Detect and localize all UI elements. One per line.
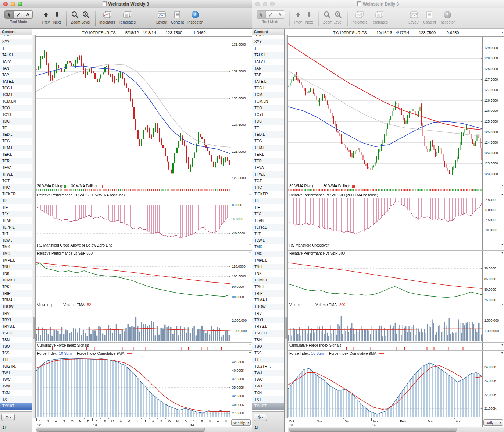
chart-menu-disclosure[interactable]: ▾ (501, 31, 503, 34)
ticker-item[interactable]: TRY.L (252, 317, 284, 323)
period-select[interactable]: Daily▾ (483, 419, 503, 426)
panel-disclosure[interactable]: ▾ (501, 351, 503, 354)
panel-disclosure[interactable]: ▾ (249, 343, 251, 346)
ticker-item[interactable]: TNK (252, 270, 284, 277)
panel-disclosure[interactable]: ▾ (249, 184, 251, 187)
ticker-item[interactable]: TLAB (0, 217, 32, 224)
content-button[interactable] (425, 10, 434, 19)
ticker-item[interactable]: TCO (252, 105, 284, 111)
ticker-item[interactable]: TW.L (0, 370, 32, 376)
ticker-item[interactable]: TER (0, 158, 32, 164)
ticker-item[interactable]: TWX (252, 383, 284, 390)
ticker-item[interactable]: TRYS.L (252, 323, 284, 330)
ticker-item[interactable]: TSO (252, 343, 284, 350)
zoom-in-button[interactable] (333, 10, 343, 19)
ticker-item[interactable]: TROW (0, 304, 32, 310)
price-plot-canvas[interactable] (36, 37, 230, 183)
ticker-item[interactable]: TMO (0, 251, 32, 257)
ticker-item[interactable]: TIE (252, 198, 284, 204)
ticker-item[interactable]: TRYS.L (0, 323, 32, 330)
ticker-item[interactable]: TMO (252, 251, 284, 257)
price-chart-panel[interactable]: 129.0000128.5000128.0000127.5000127.0000… (288, 37, 504, 183)
ticker-item[interactable]: TNK (0, 270, 32, 277)
ticker-item[interactable]: TE (252, 125, 284, 131)
ticker-item[interactable]: TCM.L (252, 92, 284, 98)
ticker-item[interactable]: TEP.L (0, 151, 32, 158)
ticker-item[interactable]: TEM.L (0, 145, 32, 151)
period-select[interactable]: Weekly▾ (231, 419, 251, 426)
ticker-item[interactable]: TMK (0, 244, 32, 251)
ticker-item[interactable]: TPK.L (0, 284, 32, 290)
ticker-item[interactable]: TWC (252, 376, 284, 383)
pointer-tool-button[interactable] (257, 11, 266, 18)
action-gear-button[interactable]: ⚙▾ (254, 414, 267, 421)
ticker-item[interactable]: TIE (0, 198, 32, 204)
ticker-item[interactable]: TT.L (0, 357, 32, 363)
ticker-item[interactable]: TSN (0, 337, 32, 343)
ticker-item[interactable]: TMPL.L (252, 257, 284, 264)
ticker-item[interactable]: TAP (252, 72, 284, 78)
ticker-item[interactable]: SYY (252, 39, 284, 45)
panel-disclosure[interactable]: ▾ (501, 302, 503, 306)
ticker-item[interactable]: TU/2TR… (252, 363, 284, 370)
zoom-window-button[interactable] (270, 2, 275, 6)
ticker-item[interactable]: TEP.L (252, 151, 284, 158)
ticker-item[interactable]: TT.L (252, 357, 284, 363)
volume-panel[interactable]: Volume: Volume EMA:52 ▾2,000,0001,000,00… (36, 302, 252, 342)
panel-disclosure[interactable]: ▾ (249, 193, 251, 196)
prev-button[interactable] (293, 10, 303, 19)
ticker-item[interactable]: TMPL.L (0, 257, 32, 264)
wma-signal-strip[interactable]: 30 WMA Rising: 30 WMA Falling: ▾ (288, 183, 504, 192)
ticker-item[interactable]: TSCO.L (0, 330, 32, 337)
volume-panel[interactable]: Volume: Volume EMA:200 ▾2,000,0001,000,0… (288, 302, 504, 342)
ticker-item[interactable]: TDC (0, 118, 32, 125)
ticker-item[interactable]: TAN (252, 65, 284, 72)
ticker-item[interactable]: TRV (252, 310, 284, 317)
zoom-window-button[interactable] (18, 2, 22, 6)
ticker-item[interactable]: TED.L (252, 131, 284, 138)
price-plot-canvas[interactable] (288, 37, 482, 183)
panel-disclosure[interactable]: ▾ (249, 302, 251, 306)
ticker-item[interactable]: TRIP (0, 290, 32, 297)
ticker-item[interactable]: STK.L (0, 35, 32, 39)
ticker-item[interactable]: TLPR.L (0, 224, 32, 231)
ticker-item[interactable]: TPK.L (252, 284, 284, 290)
ticker-item[interactable]: TCG.L (252, 85, 284, 92)
ticker-item[interactable]: TNI.L (0, 264, 32, 270)
ticker-item[interactable]: TCM.LN (252, 98, 284, 105)
ticker-item[interactable]: TICKER (0, 191, 32, 198)
ticker-item[interactable]: TXN (0, 390, 32, 396)
ticker-item[interactable]: TATE.L (252, 78, 284, 85)
line-tool-button[interactable] (14, 11, 23, 18)
panel-disclosure[interactable]: ▾ (501, 184, 503, 187)
ticker-item[interactable]: TW.L (252, 370, 284, 376)
ticker-item[interactable]: TEG (252, 138, 284, 145)
ticker-item[interactable]: TALK.L (0, 52, 32, 59)
relative-performance-histogram-panel[interactable]: Relative Performance vs S&P 500 (52W MA … (36, 192, 252, 242)
indicators-button[interactable] (102, 10, 113, 19)
ticker-item[interactable]: TATE.L (0, 78, 32, 85)
ticker-item[interactable]: TSN (252, 337, 284, 343)
ticker-item[interactable]: TEM.L (252, 145, 284, 151)
ticker-item[interactable]: SYY (0, 39, 32, 45)
pointer-tool-button[interactable] (5, 11, 14, 18)
panel-disclosure[interactable]: ▾ (501, 193, 503, 196)
minimize-button[interactable] (11, 2, 15, 6)
relative-performance-line-panel[interactable]: Relative Performance vs S&P 500 ▾90.0000… (288, 250, 504, 302)
ticker-item[interactable]: TLT (252, 231, 284, 237)
ticker-item[interactable]: TALK.L (252, 52, 284, 59)
wma-signal-strip[interactable]: 30 WMA Rising: 30 WMA Falling: ▾ (36, 183, 252, 192)
ticker-item[interactable]: TCY.L (252, 111, 284, 118)
ticker-item[interactable]: TSO (0, 343, 32, 350)
ticker-item[interactable]: TSS (0, 350, 32, 357)
panel-disclosure[interactable]: ▾ (501, 243, 503, 246)
ticker-item[interactable]: TALV.L (252, 59, 284, 65)
ticker-item[interactable]: T (252, 45, 284, 52)
panel-disclosure[interactable]: ▾ (501, 251, 503, 254)
cumulative-force-index-strip[interactable]: Cumulative Force Index Signals ▾ (36, 342, 252, 350)
ticker-item[interactable]: TROW (252, 304, 284, 310)
ticker-item[interactable]: TE (0, 125, 32, 131)
scrollbar-thumb[interactable] (285, 317, 287, 339)
ticker-item[interactable]: TRV (0, 310, 32, 317)
ticker-item[interactable]: TED.L (0, 131, 32, 138)
